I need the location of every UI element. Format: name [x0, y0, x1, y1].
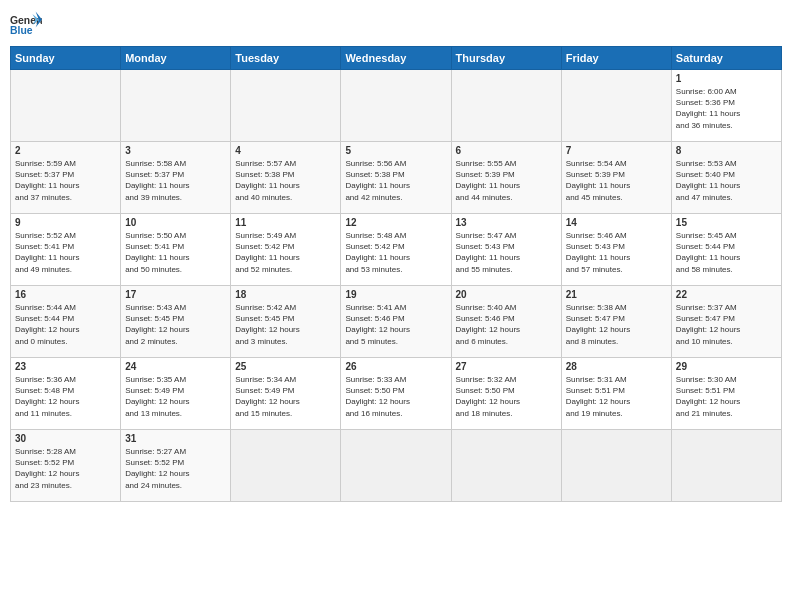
day-cell: 8Sunrise: 5:53 AM Sunset: 5:40 PM Daylig… [671, 142, 781, 214]
day-number: 31 [125, 433, 226, 444]
day-cell: 3Sunrise: 5:58 AM Sunset: 5:37 PM Daylig… [121, 142, 231, 214]
day-number: 13 [456, 217, 557, 228]
day-cell [451, 70, 561, 142]
day-info: Sunrise: 5:36 AM Sunset: 5:48 PM Dayligh… [15, 374, 116, 419]
day-info: Sunrise: 5:48 AM Sunset: 5:42 PM Dayligh… [345, 230, 446, 275]
day-cell [341, 70, 451, 142]
day-info: Sunrise: 5:32 AM Sunset: 5:50 PM Dayligh… [456, 374, 557, 419]
day-cell: 17Sunrise: 5:43 AM Sunset: 5:45 PM Dayli… [121, 286, 231, 358]
day-number: 7 [566, 145, 667, 156]
day-cell: 22Sunrise: 5:37 AM Sunset: 5:47 PM Dayli… [671, 286, 781, 358]
header: General Blue [10, 10, 782, 38]
day-cell: 29Sunrise: 5:30 AM Sunset: 5:51 PM Dayli… [671, 358, 781, 430]
day-info: Sunrise: 5:40 AM Sunset: 5:46 PM Dayligh… [456, 302, 557, 347]
day-cell: 7Sunrise: 5:54 AM Sunset: 5:39 PM Daylig… [561, 142, 671, 214]
day-number: 15 [676, 217, 777, 228]
day-cell: 13Sunrise: 5:47 AM Sunset: 5:43 PM Dayli… [451, 214, 561, 286]
day-cell: 4Sunrise: 5:57 AM Sunset: 5:38 PM Daylig… [231, 142, 341, 214]
weekday-header-monday: Monday [121, 47, 231, 70]
weekday-header-tuesday: Tuesday [231, 47, 341, 70]
day-cell: 24Sunrise: 5:35 AM Sunset: 5:49 PM Dayli… [121, 358, 231, 430]
day-cell: 23Sunrise: 5:36 AM Sunset: 5:48 PM Dayli… [11, 358, 121, 430]
day-info: Sunrise: 5:43 AM Sunset: 5:45 PM Dayligh… [125, 302, 226, 347]
day-info: Sunrise: 5:28 AM Sunset: 5:52 PM Dayligh… [15, 446, 116, 491]
day-cell: 30Sunrise: 5:28 AM Sunset: 5:52 PM Dayli… [11, 430, 121, 502]
day-info: Sunrise: 5:33 AM Sunset: 5:50 PM Dayligh… [345, 374, 446, 419]
day-cell: 6Sunrise: 5:55 AM Sunset: 5:39 PM Daylig… [451, 142, 561, 214]
day-info: Sunrise: 5:47 AM Sunset: 5:43 PM Dayligh… [456, 230, 557, 275]
day-number: 4 [235, 145, 336, 156]
day-info: Sunrise: 5:59 AM Sunset: 5:37 PM Dayligh… [15, 158, 116, 203]
day-info: Sunrise: 5:57 AM Sunset: 5:38 PM Dayligh… [235, 158, 336, 203]
day-info: Sunrise: 5:46 AM Sunset: 5:43 PM Dayligh… [566, 230, 667, 275]
day-cell: 21Sunrise: 5:38 AM Sunset: 5:47 PM Dayli… [561, 286, 671, 358]
day-number: 8 [676, 145, 777, 156]
day-number: 6 [456, 145, 557, 156]
day-number: 22 [676, 289, 777, 300]
day-number: 21 [566, 289, 667, 300]
weekday-header-wednesday: Wednesday [341, 47, 451, 70]
day-number: 17 [125, 289, 226, 300]
weekday-header-friday: Friday [561, 47, 671, 70]
day-number: 27 [456, 361, 557, 372]
day-number: 12 [345, 217, 446, 228]
day-cell: 31Sunrise: 5:27 AM Sunset: 5:52 PM Dayli… [121, 430, 231, 502]
day-number: 5 [345, 145, 446, 156]
day-number: 14 [566, 217, 667, 228]
day-number: 26 [345, 361, 446, 372]
day-cell: 5Sunrise: 5:56 AM Sunset: 5:38 PM Daylig… [341, 142, 451, 214]
weekday-header-sunday: Sunday [11, 47, 121, 70]
day-cell: 18Sunrise: 5:42 AM Sunset: 5:45 PM Dayli… [231, 286, 341, 358]
day-cell: 25Sunrise: 5:34 AM Sunset: 5:49 PM Dayli… [231, 358, 341, 430]
day-cell: 16Sunrise: 5:44 AM Sunset: 5:44 PM Dayli… [11, 286, 121, 358]
day-cell [11, 70, 121, 142]
day-info: Sunrise: 5:52 AM Sunset: 5:41 PM Dayligh… [15, 230, 116, 275]
weekday-header-row: SundayMondayTuesdayWednesdayThursdayFrid… [11, 47, 782, 70]
day-cell [561, 430, 671, 502]
day-cell: 9Sunrise: 5:52 AM Sunset: 5:41 PM Daylig… [11, 214, 121, 286]
day-number: 28 [566, 361, 667, 372]
day-number: 30 [15, 433, 116, 444]
day-info: Sunrise: 5:34 AM Sunset: 5:49 PM Dayligh… [235, 374, 336, 419]
day-cell [451, 430, 561, 502]
day-number: 23 [15, 361, 116, 372]
day-info: Sunrise: 5:54 AM Sunset: 5:39 PM Dayligh… [566, 158, 667, 203]
day-cell: 2Sunrise: 5:59 AM Sunset: 5:37 PM Daylig… [11, 142, 121, 214]
logo-icon: General Blue [10, 10, 42, 38]
day-number: 1 [676, 73, 777, 84]
day-cell: 28Sunrise: 5:31 AM Sunset: 5:51 PM Dayli… [561, 358, 671, 430]
day-cell [121, 70, 231, 142]
day-info: Sunrise: 5:27 AM Sunset: 5:52 PM Dayligh… [125, 446, 226, 491]
day-info: Sunrise: 5:30 AM Sunset: 5:51 PM Dayligh… [676, 374, 777, 419]
day-info: Sunrise: 6:00 AM Sunset: 5:36 PM Dayligh… [676, 86, 777, 131]
svg-text:Blue: Blue [10, 25, 33, 36]
week-row-2: 2Sunrise: 5:59 AM Sunset: 5:37 PM Daylig… [11, 142, 782, 214]
week-row-4: 16Sunrise: 5:44 AM Sunset: 5:44 PM Dayli… [11, 286, 782, 358]
day-info: Sunrise: 5:55 AM Sunset: 5:39 PM Dayligh… [456, 158, 557, 203]
day-number: 16 [15, 289, 116, 300]
day-info: Sunrise: 5:58 AM Sunset: 5:37 PM Dayligh… [125, 158, 226, 203]
day-info: Sunrise: 5:50 AM Sunset: 5:41 PM Dayligh… [125, 230, 226, 275]
logo: General Blue [10, 10, 42, 38]
day-info: Sunrise: 5:45 AM Sunset: 5:44 PM Dayligh… [676, 230, 777, 275]
day-info: Sunrise: 5:42 AM Sunset: 5:45 PM Dayligh… [235, 302, 336, 347]
day-info: Sunrise: 5:41 AM Sunset: 5:46 PM Dayligh… [345, 302, 446, 347]
day-cell: 27Sunrise: 5:32 AM Sunset: 5:50 PM Dayli… [451, 358, 561, 430]
day-cell: 15Sunrise: 5:45 AM Sunset: 5:44 PM Dayli… [671, 214, 781, 286]
day-number: 18 [235, 289, 336, 300]
page: General Blue SundayMondayTuesdayWednesda… [0, 0, 792, 612]
day-cell: 19Sunrise: 5:41 AM Sunset: 5:46 PM Dayli… [341, 286, 451, 358]
day-number: 24 [125, 361, 226, 372]
day-info: Sunrise: 5:53 AM Sunset: 5:40 PM Dayligh… [676, 158, 777, 203]
day-cell: 12Sunrise: 5:48 AM Sunset: 5:42 PM Dayli… [341, 214, 451, 286]
day-number: 29 [676, 361, 777, 372]
day-cell: 10Sunrise: 5:50 AM Sunset: 5:41 PM Dayli… [121, 214, 231, 286]
day-cell [561, 70, 671, 142]
day-number: 3 [125, 145, 226, 156]
day-cell: 26Sunrise: 5:33 AM Sunset: 5:50 PM Dayli… [341, 358, 451, 430]
weekday-header-saturday: Saturday [671, 47, 781, 70]
day-cell: 20Sunrise: 5:40 AM Sunset: 5:46 PM Dayli… [451, 286, 561, 358]
week-row-3: 9Sunrise: 5:52 AM Sunset: 5:41 PM Daylig… [11, 214, 782, 286]
week-row-1: 1Sunrise: 6:00 AM Sunset: 5:36 PM Daylig… [11, 70, 782, 142]
day-info: Sunrise: 5:49 AM Sunset: 5:42 PM Dayligh… [235, 230, 336, 275]
